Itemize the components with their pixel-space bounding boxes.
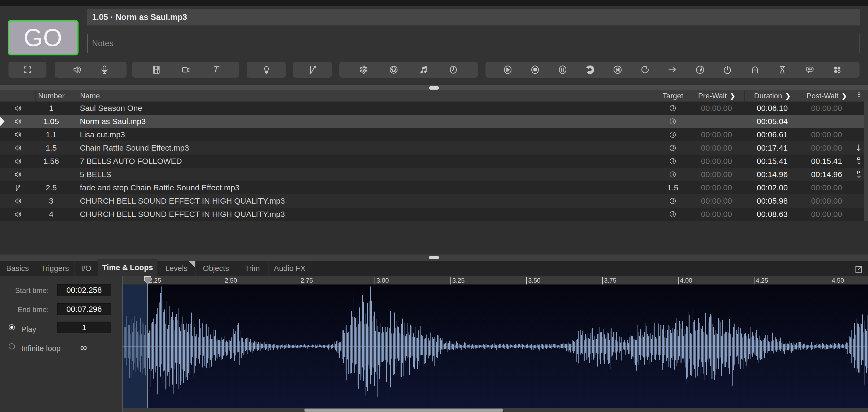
cue-name-cell[interactable]: 7 BELLS AUTO FOLLOWED [67, 155, 657, 168]
waveform-display[interactable] [123, 284, 868, 408]
light-icon[interactable] [261, 64, 272, 75]
cue-duration-cell[interactable]: 00:05.98 [744, 194, 800, 208]
cue-number-cell[interactable]: 4 [35, 208, 67, 221]
skip-back-icon[interactable] [612, 64, 623, 75]
music-note-icon[interactable] [418, 64, 429, 75]
cue-continue-cell[interactable] [853, 115, 864, 128]
cue-target-cell[interactable] [657, 141, 689, 155]
cue-name-cell[interactable]: Saul Season One [67, 101, 657, 115]
cue-number-cell[interactable]: 2.5 [35, 181, 67, 194]
reset-icon[interactable] [640, 64, 650, 75]
cue-target-cell[interactable]: 1.5 [657, 181, 689, 194]
cue-post-wait-cell[interactable]: 00:15.41 [800, 155, 853, 168]
cue-duration-cell[interactable]: 00:17.41 [744, 141, 800, 155]
column-target[interactable]: Target [657, 90, 689, 101]
audition-icon[interactable] [750, 64, 760, 75]
open-in-window-icon[interactable] [853, 264, 864, 275]
column-post-wait[interactable]: Post-Wait❯ [800, 90, 853, 101]
cue-continue-cell[interactable] [853, 141, 864, 155]
cue-target-cell[interactable] [657, 128, 689, 141]
cue-post-wait-cell[interactable]: 00:00.00 [800, 181, 853, 194]
cue-number-cell[interactable]: 1.1 [35, 128, 67, 141]
start-time-field[interactable]: 00:02.258 [57, 284, 111, 296]
cue-row[interactable]: 1 Saul Season One 00:00.00 00:06.10 00:0… [0, 101, 868, 115]
waveform-time-ruler[interactable]: 2.252.502.753.003.253.503.754.004.254.50 [123, 276, 868, 284]
hourglass-icon[interactable] [777, 64, 787, 75]
play-icon[interactable] [502, 64, 513, 75]
cue-post-wait-cell[interactable]: 00:00.00 [800, 141, 853, 155]
cue-post-wait-cell[interactable]: 00:00.00 [800, 101, 853, 115]
cue-post-wait-cell[interactable]: 00:00.00 [800, 194, 853, 208]
cue-number-cell[interactable]: 1 [35, 101, 67, 115]
cue-row[interactable]: 5 BELLS 00:00.00 00:14.96 00:14.96 [0, 168, 868, 181]
pause-icon[interactable] [557, 64, 568, 75]
cue-target-cell[interactable] [657, 101, 689, 115]
cue-name-cell[interactable]: CHURCH BELL SOUND EFFECT IN HIGH QUALITY… [67, 208, 657, 221]
midi-icon[interactable] [389, 64, 399, 75]
cue-continue-cell[interactable] [853, 128, 864, 141]
workspace-splitter-top[interactable] [0, 85, 868, 90]
power-icon[interactable] [722, 64, 733, 75]
column-pre-wait[interactable]: Pre-Wait❯ [689, 90, 744, 101]
play-count-field[interactable]: 1 [57, 322, 111, 333]
cue-number-cell[interactable] [35, 168, 67, 181]
cue-target-cell[interactable] [657, 208, 689, 221]
cue-duration-cell[interactable]: 00:06.61 [744, 128, 800, 141]
cue-list-scrollbar[interactable] [864, 101, 868, 221]
cue-duration-cell[interactable]: 00:02.00 [744, 181, 800, 194]
cue-pre-wait-cell[interactable]: 00:00.00 [689, 181, 744, 194]
cue-lists-icon[interactable] [832, 64, 842, 75]
cue-post-wait-cell[interactable]: 00:14.96 [800, 168, 853, 181]
cue-name-cell[interactable]: 5 BELLS [67, 168, 657, 181]
cue-target-cell[interactable] [657, 155, 689, 168]
splitter-handle[interactable] [429, 256, 439, 259]
waveform-scrollbar-thumb[interactable] [304, 409, 503, 412]
cue-target-cell[interactable] [657, 115, 689, 128]
cue-pre-wait-cell[interactable]: 00:00.00 [689, 101, 744, 115]
cue-pre-wait-cell[interactable]: 00:00.00 [689, 208, 744, 221]
cue-continue-cell[interactable] [853, 168, 864, 181]
tab-objects[interactable]: Objects [196, 261, 236, 276]
cue-row[interactable]: 4 CHURCH BELL SOUND EFFECT IN HIGH QUALI… [0, 208, 868, 221]
cue-number-cell[interactable]: 1.5 [35, 141, 67, 155]
tab-audio-fx[interactable]: Audio FX [269, 261, 311, 276]
cue-row[interactable]: 1.05 Norm as Saul.mp3 00:05.04 [0, 115, 868, 128]
tab-basics[interactable]: Basics [0, 261, 35, 276]
cue-row[interactable]: 1.1 Lisa cut.mp3 00:00.00 00:06.61 00:00… [0, 128, 868, 141]
waveform-scrollbar[interactable] [123, 408, 868, 412]
cue-pre-wait-cell[interactable]: 00:00.00 [689, 168, 744, 181]
cue-pre-wait-cell[interactable]: 00:00.00 [689, 128, 744, 141]
cue-name-cell[interactable]: Chain Rattle Sound Effect.mp3 [67, 141, 657, 155]
fade-icon[interactable] [307, 64, 318, 75]
cue-continue-cell[interactable] [853, 194, 864, 208]
tab-trim[interactable]: Trim [236, 261, 269, 276]
notes-input[interactable] [87, 34, 860, 53]
cue-row[interactable]: 1.56 7 BELLS AUTO FOLLOWED 00:00.00 00:1… [0, 155, 868, 168]
cue-number-cell[interactable]: 1.05 [35, 115, 67, 128]
cue-continue-cell[interactable] [853, 181, 864, 194]
cue-target-cell[interactable] [657, 194, 689, 208]
column-continue[interactable] [853, 90, 864, 101]
tab-time-loops[interactable]: Time & Loops [98, 259, 157, 276]
cue-continue-cell[interactable] [853, 155, 864, 168]
film-icon[interactable] [151, 64, 161, 75]
cue-post-wait-cell[interactable] [800, 115, 853, 128]
tab-i-o[interactable]: I/O [75, 261, 98, 276]
go-button[interactable]: GO [8, 20, 79, 55]
cue-target-cell[interactable] [657, 168, 689, 181]
camera-icon[interactable] [180, 64, 191, 75]
cue-name-cell[interactable]: Lisa cut.mp3 [67, 128, 657, 141]
cue-name-cell[interactable]: CHURCH BELL SOUND EFFECT IN HIGH QUALITY… [67, 194, 657, 208]
infinite-loop-radio[interactable] [9, 343, 15, 349]
column-number[interactable]: Number [35, 90, 67, 101]
cue-name-cell[interactable]: Norm as Saul.mp3 [67, 115, 657, 128]
cue-duration-cell[interactable]: 00:05.04 [744, 115, 800, 128]
mic-icon[interactable] [99, 64, 110, 75]
cue-pre-wait-cell[interactable]: 00:00.00 [689, 141, 744, 155]
cue-number-cell[interactable]: 3 [35, 194, 67, 208]
cue-duration-cell[interactable]: 00:08.63 [744, 208, 800, 221]
tab-levels[interactable]: Levels [157, 261, 196, 276]
end-time-field[interactable]: 00:07.296 [57, 303, 111, 315]
play-count-radio[interactable] [9, 324, 15, 330]
fullscreen-icon[interactable] [22, 64, 33, 75]
